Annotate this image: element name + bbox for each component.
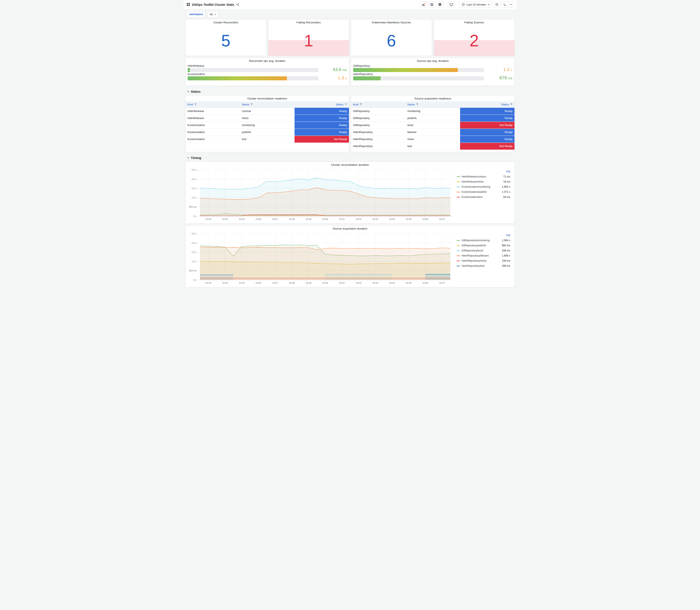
series-label[interactable]: Kustomization/test: [461, 195, 498, 198]
panel-title[interactable]: Failing Reconcilers: [268, 19, 349, 25]
filter-funnel-icon[interactable]: [510, 103, 512, 106]
svg-text:15:58: 15:58: [289, 282, 295, 284]
gauge-fill: [353, 76, 380, 80]
timeseries-plot[interactable]: 15:5315:5415:5515:5615:5715:5815:5916:00…: [186, 168, 455, 222]
add-panel-button[interactable]: [420, 1, 427, 7]
status-badge: Ready: [295, 122, 349, 129]
series-avg-value: 84 ms: [498, 195, 510, 198]
panel-title[interactable]: Source acquisition readiness: [351, 95, 515, 101]
dashboard-settings-button[interactable]: [437, 1, 443, 7]
filter-funnel-icon[interactable]: [250, 103, 253, 106]
series-avg-value: 1.605 s: [498, 185, 510, 188]
series-swatch: [457, 261, 460, 261]
gauge-row: GitRepository 1.2 s: [353, 64, 512, 72]
status-badge: Not Ready: [460, 122, 515, 129]
svg-text:15:56: 15:56: [256, 282, 261, 284]
clock-icon: [462, 3, 465, 6]
panel-failing-reconcilers: Failing Reconcilers 1: [268, 19, 349, 56]
column-header-kind[interactable]: Kind: [351, 101, 405, 108]
refresh-interval-button[interactable]: [508, 1, 514, 7]
series-label[interactable]: GitRepository/test2: [461, 249, 498, 252]
series-swatch: [457, 192, 460, 192]
series-label[interactable]: HelmRelease/minio: [461, 180, 498, 183]
status-badge: Ready: [460, 135, 515, 143]
section-timing-label: Timing: [191, 156, 201, 160]
panel-title[interactable]: Failing Sources: [434, 19, 515, 25]
filter-funnel-icon[interactable]: [360, 103, 362, 106]
table-row: HelmReleasecontourReady: [185, 108, 349, 115]
series-label[interactable]: HelmRepository/test: [461, 264, 498, 267]
panel-title[interactable]: Cluster reconciliation readiness: [185, 95, 349, 101]
column-header-kind[interactable]: Kind: [185, 101, 240, 108]
gauge-value: 879 ms: [487, 75, 512, 80]
time-range-picker[interactable]: Last 15 minutes: [459, 1, 492, 7]
filter-funnel-icon[interactable]: [416, 103, 419, 106]
legend-avg-header[interactable]: avg: [457, 234, 510, 238]
legend-item: HelmRepository/bitnami1.695 s: [457, 253, 510, 258]
column-header-status[interactable]: Status: [295, 101, 349, 108]
svg-text:16:04: 16:04: [389, 218, 395, 220]
legend-avg-header[interactable]: avg: [457, 170, 510, 174]
series-label[interactable]: HelmRelease/contour: [461, 175, 498, 178]
svg-text:15:55: 15:55: [239, 218, 245, 220]
table-row: HelmRepositorytestNot Ready: [351, 143, 515, 150]
series-avg-value: 1.071 s: [498, 190, 510, 193]
series-label[interactable]: GitRepository/monitoring: [461, 239, 498, 242]
zoom-out-button[interactable]: [493, 1, 500, 7]
table-row: GitRepositorymonitoringReady: [351, 108, 515, 115]
panel-reconciler-ops-duration: Reconciler ops avg. duration HelmRelease…: [185, 58, 349, 86]
stat-value: 6: [387, 32, 396, 49]
section-status[interactable]: Status: [185, 87, 515, 95]
gauge-value: 43.6 ms: [321, 67, 347, 72]
grafana-dashboard: GitOps Toolkit Cluster Stats: [184, 0, 516, 291]
filter-funnel-icon[interactable]: [345, 103, 347, 106]
section-timing[interactable]: Timing: [185, 154, 515, 162]
variable-namespace-dropdown[interactable]: All: [207, 11, 218, 17]
legend-item: HelmRepository/minio108 ms: [457, 258, 510, 263]
panel-title[interactable]: Reconciler ops avg. duration: [185, 58, 349, 64]
gauges-row: Reconciler ops avg. duration HelmRelease…: [185, 58, 515, 86]
stat-value: 5: [221, 32, 230, 49]
monitor-icon: [450, 3, 453, 6]
refresh-button[interactable]: [502, 1, 508, 7]
stat-value: 1: [304, 32, 313, 49]
save-dashboard-button[interactable]: [428, 1, 435, 7]
svg-text:1.0 s: 1.0 s: [192, 260, 197, 263]
gauge-value: 1.2 s: [487, 67, 512, 72]
series-swatch: [457, 240, 460, 241]
column-header-name[interactable]: Name: [240, 101, 294, 108]
table-row: HelmReleaseminioReady: [185, 115, 349, 122]
panel-title[interactable]: Cluster Reconcilers: [185, 19, 266, 25]
filter-funnel-icon[interactable]: [194, 103, 197, 106]
cell-kind: HelmRelease: [185, 108, 240, 115]
panel-title[interactable]: Kubernetes Manifests Sources: [351, 19, 432, 25]
series-label[interactable]: HelmRepository/minio: [461, 259, 498, 262]
series-label[interactable]: Kustomization/podinfo: [461, 190, 498, 193]
series-avg-value: 338 ms: [498, 249, 510, 252]
series-avg-value: 289 ms: [498, 264, 510, 267]
series-swatch: [457, 176, 460, 177]
gauge-label: HelmRepository: [353, 73, 484, 76]
series-label[interactable]: Kustomization/monitoring: [461, 185, 498, 188]
series-label[interactable]: HelmRepository/bitnami: [461, 254, 498, 257]
panel-title[interactable]: Source ops avg. duration: [351, 58, 515, 64]
panel-title[interactable]: Cluster reconciliation duration: [185, 162, 515, 168]
cell-name: test2: [405, 122, 460, 129]
cycle-view-mode-button[interactable]: [448, 1, 455, 7]
panel-cluster-reconciliation-readiness: Cluster reconciliation readiness Kind Na…: [185, 95, 349, 152]
share-icon[interactable]: [236, 3, 239, 6]
column-header-status[interactable]: Status: [460, 101, 515, 108]
cell-name: monitoring: [240, 122, 294, 129]
panel-title[interactable]: Source acquisition duration: [185, 225, 515, 231]
column-header-name[interactable]: Name: [405, 101, 460, 108]
panel-source-acquisition-duration: Source acquisition duration 15:5315:5415…: [185, 225, 515, 287]
variable-namespace-label[interactable]: namespace: [186, 11, 206, 17]
cell-name: minio: [240, 115, 294, 122]
series-label[interactable]: GitRepository/podinfo: [461, 244, 498, 247]
stats-row: Cluster Reconcilers 5 Failing Reconciler…: [185, 19, 515, 56]
timeseries-plot[interactable]: 15:5315:5415:5515:5615:5715:5815:5916:00…: [186, 232, 455, 286]
legend-item: GitRepository/monitoring1.594 s: [457, 238, 510, 243]
dashboard-title: GitOps Toolkit Cluster Stats: [192, 3, 234, 6]
svg-text:16:04: 16:04: [389, 282, 395, 284]
apps-grid-icon[interactable]: [186, 3, 190, 6]
